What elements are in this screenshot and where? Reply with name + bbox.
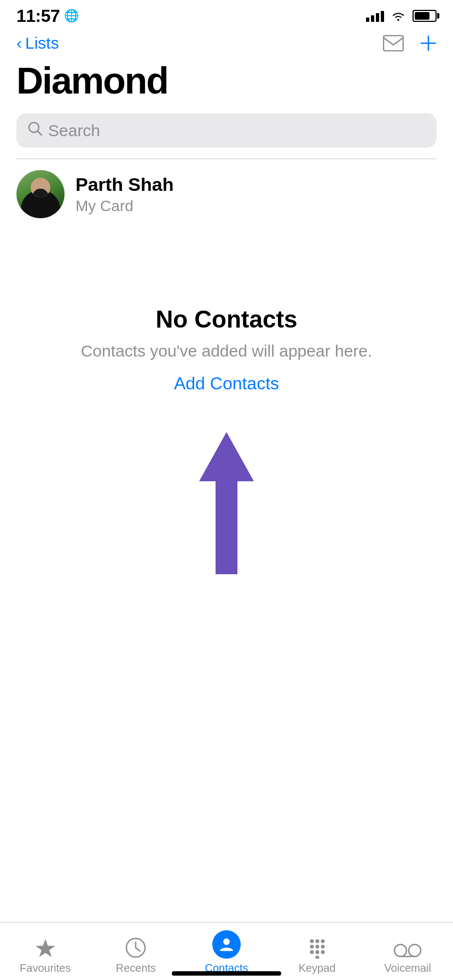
star-icon [34, 938, 56, 959]
svg-rect-0 [384, 36, 403, 51]
search-icon [27, 121, 43, 140]
svg-point-15 [321, 945, 324, 949]
empty-subtitle: Contacts you've added will appear here. [81, 342, 373, 360]
search-container: Search [0, 113, 453, 159]
back-label: Lists [25, 34, 59, 52]
person-icon [212, 930, 241, 959]
svg-point-21 [409, 944, 421, 956]
contact-subtitle: My Card [76, 197, 173, 215]
empty-title: No Contacts [155, 306, 297, 333]
keypad-icon [306, 937, 328, 959]
signal-icon [366, 10, 384, 22]
svg-line-4 [38, 131, 42, 135]
tab-keypad-label: Keypad [299, 962, 336, 975]
svg-point-13 [310, 945, 313, 949]
purple-arrow [196, 432, 257, 574]
page-title-container: Diamond [0, 59, 453, 113]
search-bar[interactable]: Search [16, 113, 437, 148]
nav-bar: ‹ Lists [0, 30, 453, 59]
svg-point-18 [321, 950, 324, 954]
clock-icon [125, 937, 147, 959]
add-icon[interactable] [420, 35, 437, 51]
tab-recents-label: Recents [116, 962, 156, 975]
my-card-row[interactable]: Parth Shah My Card [0, 159, 453, 229]
back-button[interactable]: ‹ Lists [16, 34, 59, 52]
add-contacts-button[interactable]: Add Contacts [174, 374, 279, 394]
avatar [16, 170, 65, 218]
status-time: 11:57 [16, 6, 60, 26]
svg-point-10 [310, 940, 313, 943]
tab-voicemail-label: Voicemail [384, 962, 431, 975]
tab-contacts[interactable]: Contacts [191, 930, 262, 975]
contact-name: Parth Shah [76, 174, 173, 195]
svg-point-11 [315, 940, 319, 943]
empty-state: No Contacts Contacts you've added will a… [0, 273, 453, 427]
svg-line-8 [136, 948, 140, 951]
svg-point-12 [321, 940, 324, 943]
tab-favourites-label: Favourites [20, 962, 71, 975]
wifi-icon [391, 10, 406, 22]
tab-recents[interactable]: Recents [100, 937, 171, 975]
tab-favourites[interactable]: Favourites [10, 938, 81, 975]
globe-icon: 🌐 [64, 9, 79, 23]
arrow-container [0, 432, 453, 574]
search-placeholder: Search [48, 121, 100, 140]
svg-point-17 [315, 950, 319, 954]
status-icons [366, 10, 437, 22]
svg-marker-5 [199, 432, 254, 574]
tab-voicemail[interactable]: Voicemail [372, 942, 443, 975]
page-title: Diamond [16, 61, 437, 100]
svg-point-20 [394, 944, 406, 956]
voicemail-icon [393, 942, 422, 959]
svg-point-14 [315, 945, 319, 949]
contact-info: Parth Shah My Card [76, 174, 173, 215]
status-bar: 11:57 🌐 [0, 0, 453, 30]
home-indicator [172, 971, 281, 976]
svg-point-9 [223, 938, 230, 945]
battery-icon [413, 10, 437, 22]
back-chevron-icon: ‹ [16, 35, 22, 51]
email-icon[interactable] [383, 35, 404, 51]
svg-point-16 [310, 950, 313, 954]
tab-keypad[interactable]: Keypad [282, 937, 353, 975]
svg-point-19 [315, 956, 319, 959]
